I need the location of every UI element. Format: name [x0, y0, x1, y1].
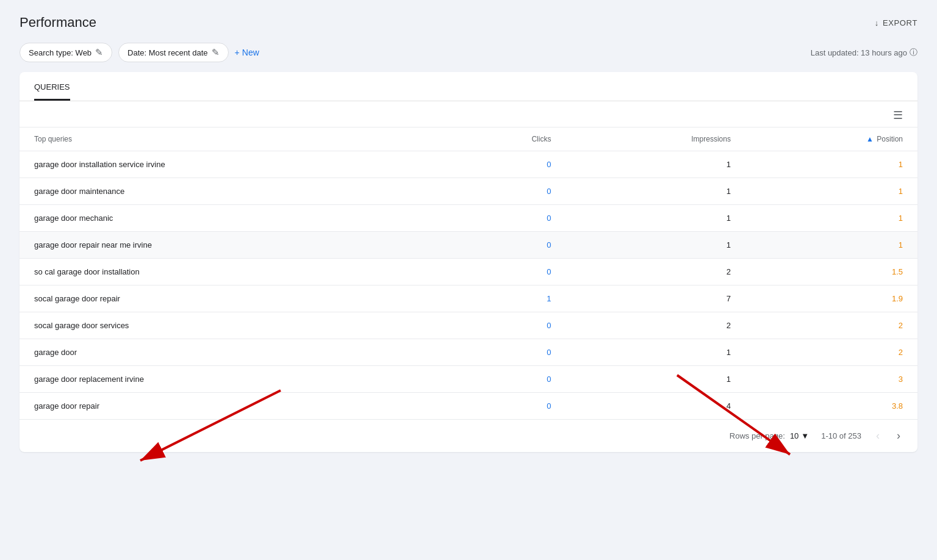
query-cell: socal garage door repair — [20, 285, 438, 312]
filter-icon[interactable]: ☰ — [893, 109, 903, 122]
position-cell: 1 — [745, 205, 917, 232]
pagination: Rows per page: 10 ▼ 1-10 of 253 ‹ › — [20, 420, 917, 452]
col-impressions: Impressions — [565, 127, 745, 151]
query-cell: so cal garage door installation — [20, 259, 438, 285]
position-cell: 3.8 — [745, 393, 917, 420]
impressions-cell: 1 — [565, 205, 745, 232]
clicks-cell: 1 — [438, 285, 565, 312]
rows-per-page-control: Rows per page: 10 ▼ — [730, 431, 809, 440]
last-updated-label: Last updated: 13 hours ago — [811, 48, 907, 57]
table-header-row: Top queries Clicks Impressions ▲ Positio… — [20, 127, 917, 151]
query-cell: garage door installation service irvine — [20, 151, 438, 178]
date-filter[interactable]: Date: Most recent date ✎ — [118, 43, 229, 62]
table-row[interactable]: garage door replacement irvine013 — [20, 366, 917, 393]
clicks-cell: 0 — [438, 205, 565, 232]
page-info: 1-10 of 253 — [821, 431, 861, 440]
rows-per-page-select[interactable]: 10 ▼ — [790, 431, 809, 440]
search-type-filter[interactable]: Search type: Web ✎ — [20, 43, 112, 62]
position-cell: 3 — [745, 366, 917, 393]
clicks-cell: 0 — [438, 312, 565, 339]
clicks-cell: 0 — [438, 178, 565, 205]
clicks-cell: 0 — [438, 366, 565, 393]
clicks-cell: 0 — [438, 232, 565, 259]
impressions-cell: 1 — [565, 178, 745, 205]
table-row[interactable]: garage door installation service irvine0… — [20, 151, 917, 178]
query-cell: garage door — [20, 339, 438, 366]
toolbar: Search type: Web ✎ Date: Most recent dat… — [20, 43, 917, 62]
new-button[interactable]: + New — [235, 48, 259, 57]
query-cell: garage door repair — [20, 393, 438, 420]
table-row[interactable]: socal garage door repair171.9 — [20, 285, 917, 312]
tab-queries[interactable]: QUERIES — [34, 82, 70, 101]
table-row[interactable]: so cal garage door installation021.5 — [20, 259, 917, 285]
position-cell: 1.9 — [745, 285, 917, 312]
main-card: QUERIES ☰ Top queries Clicks Impressions — [20, 72, 917, 452]
clicks-cell: 0 — [438, 393, 565, 420]
prev-page-button[interactable]: ‹ — [874, 427, 882, 445]
position-cell: 2 — [745, 312, 917, 339]
position-cell: 2 — [745, 339, 917, 366]
help-icon[interactable]: ⓘ — [910, 47, 917, 58]
table-row[interactable]: garage door repair043.8 — [20, 393, 917, 420]
impressions-cell: 1 — [565, 339, 745, 366]
table-row[interactable]: garage door mechanic011 — [20, 205, 917, 232]
query-cell: garage door repair near me irvine — [20, 232, 438, 259]
search-type-label: Search type: Web — [29, 48, 92, 57]
col-clicks: Clicks — [438, 127, 565, 151]
position-cell: 1.5 — [745, 259, 917, 285]
search-type-edit-icon: ✎ — [95, 47, 103, 58]
table-row[interactable]: garage door repair near me irvine011 — [20, 232, 917, 259]
position-cell: 1 — [745, 178, 917, 205]
col-query: Top queries — [20, 127, 438, 151]
data-table: Top queries Clicks Impressions ▲ Positio… — [20, 127, 917, 420]
filter-row: ☰ — [20, 101, 917, 127]
last-updated-text: Last updated: 13 hours ago ⓘ — [811, 47, 917, 58]
query-cell: socal garage door services — [20, 312, 438, 339]
clicks-cell: 0 — [438, 259, 565, 285]
table-row[interactable]: socal garage door services022 — [20, 312, 917, 339]
export-label: EXPORT — [883, 18, 917, 27]
position-cell: 1 — [745, 151, 917, 178]
clicks-cell: 0 — [438, 151, 565, 178]
impressions-cell: 7 — [565, 285, 745, 312]
impressions-cell: 4 — [565, 393, 745, 420]
new-label: New — [242, 48, 259, 57]
date-edit-icon: ✎ — [212, 47, 220, 58]
impressions-cell: 2 — [565, 259, 745, 285]
impressions-cell: 2 — [565, 312, 745, 339]
query-cell: garage door mechanic — [20, 205, 438, 232]
plus-icon: + — [235, 48, 240, 57]
date-label: Date: Most recent date — [127, 48, 208, 57]
query-cell: garage door maintenance — [20, 178, 438, 205]
impressions-cell: 1 — [565, 232, 745, 259]
tab-bar: QUERIES — [20, 72, 917, 101]
query-cell: garage door replacement irvine — [20, 366, 438, 393]
rows-dropdown-icon: ▼ — [801, 431, 809, 440]
next-page-button[interactable]: › — [894, 427, 903, 445]
impressions-cell: 1 — [565, 366, 745, 393]
export-button[interactable]: ↓ EXPORT — [875, 18, 917, 27]
position-cell: 1 — [745, 232, 917, 259]
rows-per-page-label: Rows per page: — [730, 431, 785, 440]
page-title: Performance — [20, 15, 96, 31]
export-icon: ↓ — [875, 18, 879, 27]
impressions-cell: 1 — [565, 151, 745, 178]
clicks-cell: 0 — [438, 339, 565, 366]
col-position: ▲ Position — [745, 127, 917, 151]
table-row[interactable]: garage door maintenance011 — [20, 178, 917, 205]
rows-per-page-value: 10 — [790, 431, 799, 440]
page-header: Performance ↓ EXPORT — [20, 15, 917, 31]
table-row[interactable]: garage door012 — [20, 339, 917, 366]
